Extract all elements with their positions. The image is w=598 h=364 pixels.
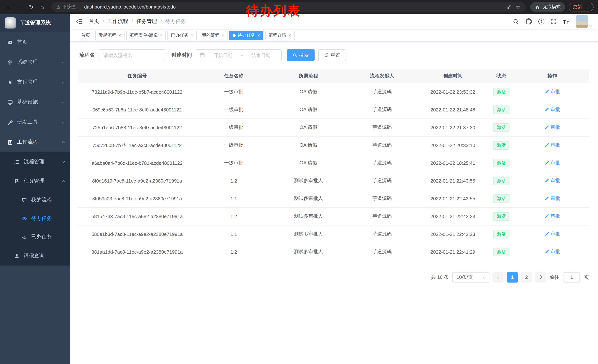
update-label: 更新 (573, 4, 582, 10)
sidebar-item-done-task[interactable]: 已办任务 (0, 228, 70, 246)
date-range-picker[interactable]: - (196, 49, 282, 61)
breadcrumb-home[interactable]: 首页 (89, 18, 99, 25)
approve-label: 审批 (550, 142, 560, 148)
cell-process: OA 请假 (271, 83, 346, 101)
page-button-1[interactable]: 1 (507, 272, 518, 282)
tab-close-icon[interactable]: × (222, 33, 224, 38)
breadcrumb-workflow[interactable]: 工作流程 (108, 18, 128, 25)
password-key-icon[interactable] (506, 4, 511, 9)
back-icon[interactable]: ← (4, 4, 13, 10)
avatar-image (576, 15, 588, 28)
sidebar-item-todo-task[interactable]: 待办任务 (0, 209, 70, 228)
tab-home[interactable]: 首页 (78, 31, 93, 40)
tab-done-task[interactable]: 已办任务 × (167, 31, 197, 40)
user-avatar[interactable] (576, 15, 592, 28)
page-button-2[interactable]: 2 (521, 272, 532, 282)
sidebar-item-process-management[interactable]: 流程管理 (0, 152, 70, 171)
chevron-left-icon (497, 275, 500, 279)
tab-close-icon[interactable]: × (159, 33, 162, 38)
not-secure-warning-icon: ⚠ (56, 4, 60, 9)
person-icon (14, 253, 20, 259)
end-date-input[interactable] (244, 52, 277, 58)
approve-link[interactable]: 审批 (544, 249, 560, 255)
sidebar-collapse-icon[interactable] (76, 18, 83, 25)
goto-page-input[interactable] (564, 272, 580, 282)
security-label[interactable]: 不安全 (63, 4, 76, 10)
tab-close-icon[interactable]: × (118, 33, 121, 38)
fullscreen-icon[interactable] (551, 18, 557, 24)
browser-menu-icon[interactable]: ⋮ (585, 4, 590, 10)
status-badge: 激活 (493, 230, 510, 238)
approve-link[interactable]: 审批 (544, 195, 560, 202)
sidebar-item-payment[interactable]: ¥ 支付管理 (0, 72, 70, 92)
tab-label: 待办任务 (238, 32, 256, 39)
start-date-input[interactable] (206, 52, 240, 58)
tab-close-icon[interactable]: × (257, 33, 260, 38)
browser-update-button[interactable]: 更新 ⋮ (569, 2, 594, 11)
tab-my-process[interactable]: 我的流程 × (199, 31, 228, 40)
help-icon[interactable]: ? (539, 18, 544, 24)
cell-create-time: 2022-01-21 22:41:29 (418, 243, 487, 261)
font-size-icon[interactable]: TT (563, 19, 569, 24)
github-icon[interactable] (526, 18, 532, 25)
reload-icon[interactable]: ↻ (27, 4, 36, 10)
page-size-value: 10条/页 (457, 274, 473, 281)
tab-close-icon[interactable]: × (288, 33, 291, 38)
edit-icon (544, 178, 549, 183)
cell-task-id: 580e1b3d-7ac8-11ec-a9e2-a2380e71991a (78, 225, 196, 243)
sidebar-item-task-management[interactable]: 任务管理 (0, 171, 70, 191)
edit-icon (544, 232, 549, 236)
home-icon[interactable]: ⌂ (38, 4, 47, 10)
approve-link[interactable]: 审批 (544, 213, 560, 219)
approve-link[interactable]: 审批 (544, 142, 560, 148)
reset-button[interactable]: 重置 (318, 49, 346, 61)
tab-start-process[interactable]: 发起流程 × (95, 31, 124, 40)
workflow-submenu: 流程管理 任务管理 我的流程 待办任务 (0, 152, 70, 266)
tab-todo-task[interactable]: 待办任务 × (230, 31, 263, 40)
sidebar-item-system[interactable]: 系统管理 (0, 52, 70, 72)
sidebar-item-leave-query[interactable]: 请假查询 (0, 246, 70, 266)
cell-create-time: 2022-01-22 21:37:30 (418, 119, 487, 136)
breadcrumb-separator: / (103, 18, 104, 24)
sidebar-item-my-process[interactable]: 我的流程 (0, 191, 70, 209)
table-row: 8f059c03-7ac8-11ec-a9e2-a2380e71991a 1.1… (78, 190, 589, 207)
app-logo[interactable]: 芋道管理系统 (0, 14, 70, 32)
sidebar-item-devtools[interactable]: 研发工具 (0, 112, 70, 132)
table-row: 725a1eb6-7b88-11ec-8ef0-acde48001122 一级审… (78, 119, 589, 136)
approve-link[interactable]: 审批 (544, 231, 560, 237)
approve-link[interactable]: 审批 (544, 160, 560, 166)
search-button[interactable]: 搜索 (287, 49, 315, 61)
bookmark-star-icon[interactable]: ☆ (515, 4, 521, 10)
breadcrumb-separator: / (160, 18, 162, 24)
approve-link[interactable]: 审批 (544, 177, 560, 184)
search-icon[interactable] (513, 18, 519, 25)
tab-process-form-edit[interactable]: 流程表单-编辑 × (126, 31, 166, 40)
edit-icon (544, 250, 549, 254)
forward-icon[interactable]: → (16, 4, 25, 10)
tab-label: 已办任务 (171, 32, 189, 39)
eye-icon (22, 216, 27, 221)
pagination: 共 16 条 10条/页 1 2 前往 页 (78, 272, 589, 282)
cell-process: OA 请假 (271, 101, 346, 119)
url-text[interactable]: dashboard.yudao.iocoder.cn/bpm/task/todo (84, 4, 176, 9)
next-page-button[interactable] (535, 272, 546, 282)
approve-link[interactable]: 审批 (544, 89, 560, 95)
sidebar-item-home[interactable]: 首页 (0, 32, 70, 52)
status-badge: 激活 (493, 248, 510, 256)
clipboard-icon (8, 139, 13, 145)
table-row: 069c6a63-7b8a-11ec-8ef0-acde48001122 一级审… (78, 101, 589, 119)
prev-page-button[interactable] (493, 272, 504, 282)
tab-close-icon[interactable]: × (191, 33, 193, 38)
process-name-input[interactable] (99, 49, 165, 61)
sidebar-item-workflow[interactable]: 工作流程 (0, 132, 70, 152)
goto-unit-label: 页 (584, 274, 589, 281)
cell-initiator: 芋道源码 (346, 119, 418, 136)
breadcrumb-task-management[interactable]: 任务管理 (136, 18, 157, 25)
approve-link[interactable]: 审批 (544, 106, 560, 113)
sidebar-item-infra[interactable]: 基础设施 (0, 92, 70, 112)
status-badge: 激活 (493, 212, 510, 220)
cell-create-time: 2022-01-22 18:25:41 (418, 154, 487, 172)
approve-link[interactable]: 审批 (544, 124, 560, 131)
tab-process-detail[interactable]: 流程详情 × (265, 31, 294, 40)
page-size-select[interactable]: 10条/页 (452, 272, 490, 282)
